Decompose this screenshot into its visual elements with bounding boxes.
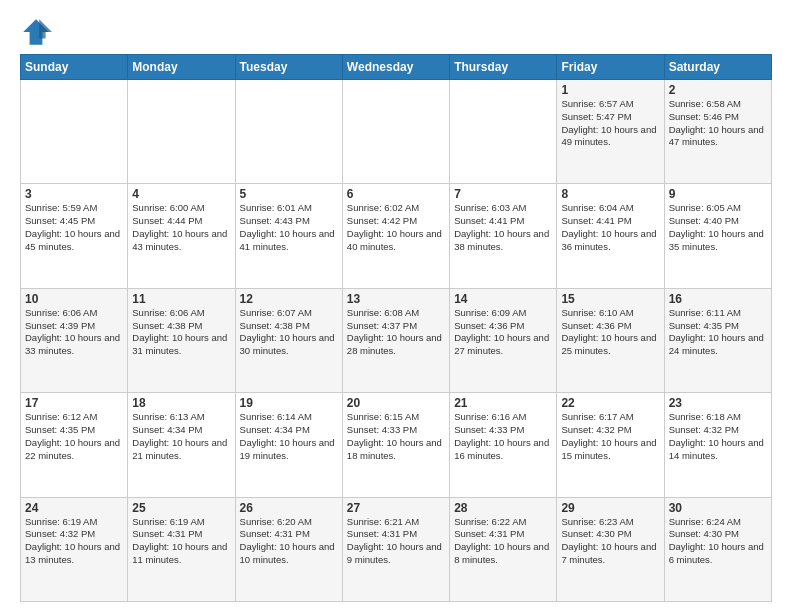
calendar-cell: 14Sunrise: 6:09 AM Sunset: 4:36 PM Dayli…	[450, 288, 557, 392]
calendar-table: SundayMondayTuesdayWednesdayThursdayFrid…	[20, 54, 772, 602]
calendar-week-row: 3Sunrise: 5:59 AM Sunset: 4:45 PM Daylig…	[21, 184, 772, 288]
weekday-header-saturday: Saturday	[664, 55, 771, 80]
weekday-header-wednesday: Wednesday	[342, 55, 449, 80]
day-info: Sunrise: 6:15 AM Sunset: 4:33 PM Dayligh…	[347, 411, 445, 462]
calendar-cell: 8Sunrise: 6:04 AM Sunset: 4:41 PM Daylig…	[557, 184, 664, 288]
day-number: 12	[240, 292, 338, 306]
day-info: Sunrise: 6:01 AM Sunset: 4:43 PM Dayligh…	[240, 202, 338, 253]
day-number: 16	[669, 292, 767, 306]
calendar-cell: 6Sunrise: 6:02 AM Sunset: 4:42 PM Daylig…	[342, 184, 449, 288]
day-info: Sunrise: 6:06 AM Sunset: 4:38 PM Dayligh…	[132, 307, 230, 358]
calendar-cell: 4Sunrise: 6:00 AM Sunset: 4:44 PM Daylig…	[128, 184, 235, 288]
day-number: 23	[669, 396, 767, 410]
calendar-cell: 30Sunrise: 6:24 AM Sunset: 4:30 PM Dayli…	[664, 497, 771, 601]
calendar-cell: 26Sunrise: 6:20 AM Sunset: 4:31 PM Dayli…	[235, 497, 342, 601]
weekday-header-sunday: Sunday	[21, 55, 128, 80]
calendar-cell: 16Sunrise: 6:11 AM Sunset: 4:35 PM Dayli…	[664, 288, 771, 392]
day-number: 29	[561, 501, 659, 515]
day-info: Sunrise: 6:58 AM Sunset: 5:46 PM Dayligh…	[669, 98, 767, 149]
day-info: Sunrise: 6:13 AM Sunset: 4:34 PM Dayligh…	[132, 411, 230, 462]
calendar-cell: 12Sunrise: 6:07 AM Sunset: 4:38 PM Dayli…	[235, 288, 342, 392]
calendar-body: 1Sunrise: 6:57 AM Sunset: 5:47 PM Daylig…	[21, 80, 772, 602]
day-info: Sunrise: 6:20 AM Sunset: 4:31 PM Dayligh…	[240, 516, 338, 567]
calendar-week-row: 1Sunrise: 6:57 AM Sunset: 5:47 PM Daylig…	[21, 80, 772, 184]
day-info: Sunrise: 6:09 AM Sunset: 4:36 PM Dayligh…	[454, 307, 552, 358]
day-number: 5	[240, 187, 338, 201]
day-info: Sunrise: 6:57 AM Sunset: 5:47 PM Dayligh…	[561, 98, 659, 149]
calendar-week-row: 10Sunrise: 6:06 AM Sunset: 4:39 PM Dayli…	[21, 288, 772, 392]
day-info: Sunrise: 6:22 AM Sunset: 4:31 PM Dayligh…	[454, 516, 552, 567]
calendar-cell: 7Sunrise: 6:03 AM Sunset: 4:41 PM Daylig…	[450, 184, 557, 288]
calendar-cell: 2Sunrise: 6:58 AM Sunset: 5:46 PM Daylig…	[664, 80, 771, 184]
day-number: 30	[669, 501, 767, 515]
day-info: Sunrise: 5:59 AM Sunset: 4:45 PM Dayligh…	[25, 202, 123, 253]
calendar-cell	[128, 80, 235, 184]
day-info: Sunrise: 6:00 AM Sunset: 4:44 PM Dayligh…	[132, 202, 230, 253]
calendar-cell: 1Sunrise: 6:57 AM Sunset: 5:47 PM Daylig…	[557, 80, 664, 184]
day-info: Sunrise: 6:24 AM Sunset: 4:30 PM Dayligh…	[669, 516, 767, 567]
day-info: Sunrise: 6:16 AM Sunset: 4:33 PM Dayligh…	[454, 411, 552, 462]
calendar-cell: 18Sunrise: 6:13 AM Sunset: 4:34 PM Dayli…	[128, 393, 235, 497]
day-number: 8	[561, 187, 659, 201]
day-info: Sunrise: 6:17 AM Sunset: 4:32 PM Dayligh…	[561, 411, 659, 462]
calendar-week-row: 17Sunrise: 6:12 AM Sunset: 4:35 PM Dayli…	[21, 393, 772, 497]
day-number: 20	[347, 396, 445, 410]
calendar-cell: 29Sunrise: 6:23 AM Sunset: 4:30 PM Dayli…	[557, 497, 664, 601]
weekday-header-monday: Monday	[128, 55, 235, 80]
day-number: 27	[347, 501, 445, 515]
day-info: Sunrise: 6:06 AM Sunset: 4:39 PM Dayligh…	[25, 307, 123, 358]
day-info: Sunrise: 6:19 AM Sunset: 4:31 PM Dayligh…	[132, 516, 230, 567]
day-info: Sunrise: 6:05 AM Sunset: 4:40 PM Dayligh…	[669, 202, 767, 253]
page: SundayMondayTuesdayWednesdayThursdayFrid…	[0, 0, 792, 612]
day-info: Sunrise: 6:21 AM Sunset: 4:31 PM Dayligh…	[347, 516, 445, 567]
day-number: 10	[25, 292, 123, 306]
calendar-cell: 17Sunrise: 6:12 AM Sunset: 4:35 PM Dayli…	[21, 393, 128, 497]
day-number: 6	[347, 187, 445, 201]
calendar-cell: 13Sunrise: 6:08 AM Sunset: 4:37 PM Dayli…	[342, 288, 449, 392]
day-number: 3	[25, 187, 123, 201]
calendar-cell	[235, 80, 342, 184]
calendar-cell: 9Sunrise: 6:05 AM Sunset: 4:40 PM Daylig…	[664, 184, 771, 288]
calendar-cell: 3Sunrise: 5:59 AM Sunset: 4:45 PM Daylig…	[21, 184, 128, 288]
logo-icon	[20, 16, 52, 48]
day-number: 22	[561, 396, 659, 410]
day-number: 15	[561, 292, 659, 306]
calendar-cell	[342, 80, 449, 184]
day-info: Sunrise: 6:12 AM Sunset: 4:35 PM Dayligh…	[25, 411, 123, 462]
day-number: 25	[132, 501, 230, 515]
calendar-cell: 10Sunrise: 6:06 AM Sunset: 4:39 PM Dayli…	[21, 288, 128, 392]
day-number: 13	[347, 292, 445, 306]
calendar-cell: 25Sunrise: 6:19 AM Sunset: 4:31 PM Dayli…	[128, 497, 235, 601]
day-number: 2	[669, 83, 767, 97]
calendar-cell: 11Sunrise: 6:06 AM Sunset: 4:38 PM Dayli…	[128, 288, 235, 392]
day-info: Sunrise: 6:11 AM Sunset: 4:35 PM Dayligh…	[669, 307, 767, 358]
weekday-header-thursday: Thursday	[450, 55, 557, 80]
calendar-cell: 24Sunrise: 6:19 AM Sunset: 4:32 PM Dayli…	[21, 497, 128, 601]
calendar-cell: 21Sunrise: 6:16 AM Sunset: 4:33 PM Dayli…	[450, 393, 557, 497]
calendar-cell: 19Sunrise: 6:14 AM Sunset: 4:34 PM Dayli…	[235, 393, 342, 497]
calendar-cell: 28Sunrise: 6:22 AM Sunset: 4:31 PM Dayli…	[450, 497, 557, 601]
calendar-cell: 20Sunrise: 6:15 AM Sunset: 4:33 PM Dayli…	[342, 393, 449, 497]
day-number: 1	[561, 83, 659, 97]
day-number: 11	[132, 292, 230, 306]
calendar-cell: 22Sunrise: 6:17 AM Sunset: 4:32 PM Dayli…	[557, 393, 664, 497]
day-number: 19	[240, 396, 338, 410]
day-number: 26	[240, 501, 338, 515]
day-info: Sunrise: 6:19 AM Sunset: 4:32 PM Dayligh…	[25, 516, 123, 567]
day-info: Sunrise: 6:23 AM Sunset: 4:30 PM Dayligh…	[561, 516, 659, 567]
day-info: Sunrise: 6:14 AM Sunset: 4:34 PM Dayligh…	[240, 411, 338, 462]
calendar-cell	[21, 80, 128, 184]
calendar-cell: 23Sunrise: 6:18 AM Sunset: 4:32 PM Dayli…	[664, 393, 771, 497]
day-number: 17	[25, 396, 123, 410]
calendar-header-row: SundayMondayTuesdayWednesdayThursdayFrid…	[21, 55, 772, 80]
calendar-cell: 27Sunrise: 6:21 AM Sunset: 4:31 PM Dayli…	[342, 497, 449, 601]
day-number: 4	[132, 187, 230, 201]
day-info: Sunrise: 6:07 AM Sunset: 4:38 PM Dayligh…	[240, 307, 338, 358]
day-info: Sunrise: 6:04 AM Sunset: 4:41 PM Dayligh…	[561, 202, 659, 253]
day-number: 24	[25, 501, 123, 515]
header	[20, 16, 772, 48]
calendar-cell: 15Sunrise: 6:10 AM Sunset: 4:36 PM Dayli…	[557, 288, 664, 392]
day-info: Sunrise: 6:18 AM Sunset: 4:32 PM Dayligh…	[669, 411, 767, 462]
day-number: 28	[454, 501, 552, 515]
calendar-cell: 5Sunrise: 6:01 AM Sunset: 4:43 PM Daylig…	[235, 184, 342, 288]
